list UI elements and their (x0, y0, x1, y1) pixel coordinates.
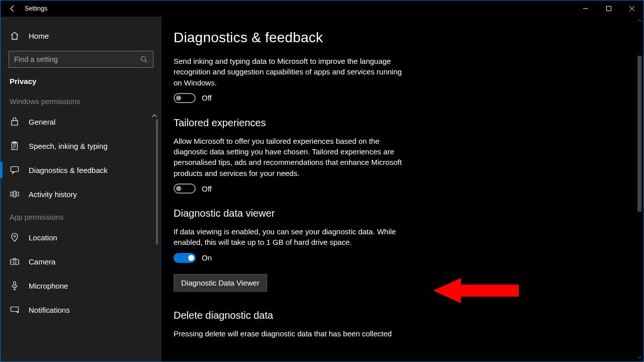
sidebar-item-microphone[interactable]: Microphone (1, 274, 162, 298)
svg-rect-1 (607, 7, 611, 11)
svg-rect-19 (14, 282, 16, 286)
svg-point-18 (13, 260, 16, 263)
sidebar-item-activity[interactable]: Activity history (1, 182, 162, 206)
feedback-icon (10, 166, 20, 174)
scroll-up-button[interactable] (635, 17, 643, 25)
camera-icon (10, 258, 20, 265)
svg-line-5 (145, 60, 147, 62)
search-icon (140, 56, 148, 63)
svg-point-16 (14, 235, 16, 237)
sidebar-item-notifications[interactable]: Notifications (1, 298, 162, 322)
settings-window: Settings Home Find a setting Privacy (0, 0, 644, 362)
sidebar-item-speech[interactable]: Speech, inking & typing (1, 134, 162, 158)
sidebar-scrollbar-thumb[interactable] (156, 119, 158, 245)
delete-heading: Delete diagnostic data (174, 310, 403, 321)
sidebar-item-general[interactable]: General (1, 110, 162, 134)
scrollbar-track[interactable] (635, 25, 643, 353)
svg-rect-12 (11, 167, 19, 172)
microphone-icon (10, 281, 20, 290)
search-input[interactable]: Find a setting (9, 51, 153, 68)
tailored-heading: Tailored experiences (174, 117, 403, 129)
svg-rect-20 (11, 307, 19, 312)
annotation-arrow (433, 278, 519, 303)
minimize-button[interactable] (574, 1, 597, 17)
sidebar-item-diagnostics[interactable]: Diagnostics & feedback (1, 158, 162, 182)
sidebar-item-label: Activity history (29, 190, 77, 199)
sidebar-item-label: Microphone (29, 282, 68, 290)
group-app-permissions: App permissions (1, 206, 162, 225)
close-button[interactable] (620, 1, 643, 17)
inking-description: Send inking and typing data to Microsoft… (174, 56, 403, 88)
group-windows-permissions: Windows permissions (1, 90, 162, 110)
sidebar-item-label: Location (29, 233, 57, 242)
svg-marker-21 (433, 278, 519, 303)
svg-rect-13 (11, 192, 13, 196)
sidebar-item-label: Camera (29, 257, 55, 266)
sidebar-scrollbar[interactable] (153, 119, 160, 361)
diagnostic-data-viewer-button[interactable]: Diagnostic Data Viewer (174, 274, 267, 292)
maximize-button[interactable] (597, 1, 620, 17)
sidebar-item-label: General (29, 118, 55, 126)
lock-icon (10, 117, 20, 126)
sidebar-item-camera[interactable]: Camera (1, 249, 162, 274)
svg-point-4 (141, 56, 146, 61)
viewer-heading: Diagnostic data viewer (174, 208, 403, 219)
svg-rect-15 (17, 192, 19, 196)
sidebar-item-label: Notifications (29, 306, 70, 314)
delete-description: Pressing delete will erase diagnostic da… (174, 328, 403, 339)
notifications-icon (10, 306, 20, 313)
scroll-down-button[interactable] (635, 353, 643, 361)
inking-toggle[interactable] (174, 93, 196, 103)
tailored-toggle-state: Off (202, 185, 212, 193)
clipboard-icon (10, 141, 20, 150)
viewer-description: If data viewing is enabled, you can see … (174, 226, 403, 248)
page-title: Diagnostics & feedback (174, 30, 403, 46)
window-title: Settings (25, 5, 47, 12)
content-scrollbar[interactable] (635, 17, 643, 361)
titlebar: Settings (1, 1, 643, 17)
viewer-toggle-state: On (202, 253, 212, 262)
location-icon (10, 233, 20, 242)
sidebar-item-label: Speech, inking & typing (29, 142, 108, 150)
tailored-description: Allow Microsoft to offer you tailored ex… (174, 136, 403, 178)
svg-rect-6 (12, 121, 18, 125)
activity-icon (10, 191, 20, 198)
search-placeholder: Find a setting (14, 55, 140, 63)
inking-toggle-state: Off (202, 94, 212, 102)
back-button[interactable] (1, 5, 25, 13)
sidebar-item-label: Diagnostics & feedback (29, 166, 108, 174)
sidebar-section-title: Privacy (1, 68, 162, 90)
content-area: Diagnostics & feedback Send inking and t… (162, 17, 643, 361)
nav-home[interactable]: Home (1, 24, 162, 48)
home-icon (10, 31, 20, 40)
viewer-toggle[interactable] (174, 253, 196, 263)
nav-home-label: Home (29, 32, 49, 40)
scrollbar-thumb[interactable] (637, 56, 641, 212)
sidebar: Home Find a setting Privacy Windows perm… (1, 17, 162, 361)
sidebar-item-location[interactable]: Location (1, 225, 162, 249)
svg-rect-14 (14, 191, 16, 197)
tailored-toggle[interactable] (174, 184, 196, 194)
